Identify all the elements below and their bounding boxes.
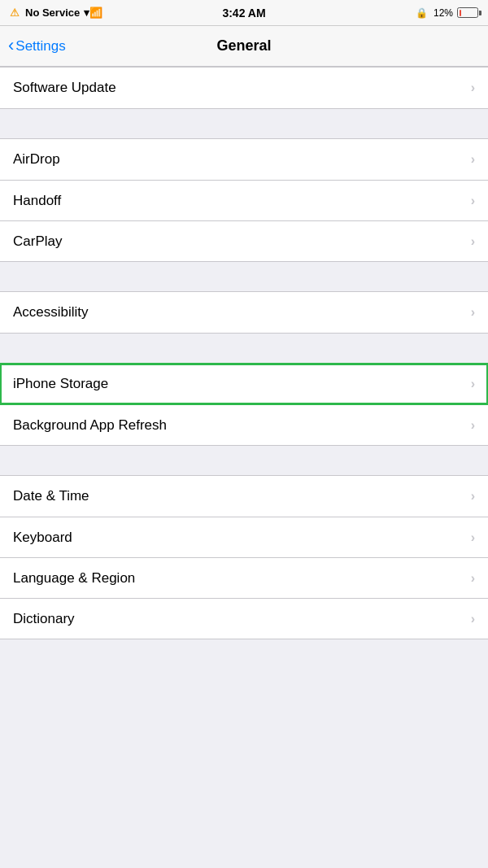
background-refresh-label: Background App Refresh: [13, 417, 167, 434]
vpn-icon: 🔒: [416, 7, 428, 19]
section-software-update-content: Software Update ›: [0, 67, 488, 109]
carplay-label: CarPlay: [13, 233, 62, 250]
battery-percent-label: 12%: [434, 7, 453, 19]
date-time-chevron: ›: [471, 489, 475, 504]
section-storage-content: iPhone Storage › Background App Refresh …: [0, 363, 488, 446]
back-button[interactable]: ‹ Settings: [8, 37, 66, 55]
language-region-chevron: ›: [471, 571, 475, 586]
no-service-label: No Service: [25, 7, 80, 19]
separator-2: [0, 262, 488, 291]
section-datetime-group: Date & Time › Keyboard › Language & Regi…: [0, 475, 488, 639]
date-time-item[interactable]: Date & Time ›: [0, 476, 488, 517]
accessibility-chevron: ›: [471, 305, 475, 320]
iphone-storage-label: iPhone Storage: [13, 376, 108, 392]
separator-4: [0, 446, 488, 475]
status-time: 3:42 AM: [222, 7, 265, 20]
status-bar: ⚠ No Service ▾📶 3:42 AM 🔒 12%: [0, 0, 488, 26]
dictionary-label: Dictionary: [13, 611, 75, 627]
dictionary-item[interactable]: Dictionary ›: [0, 598, 488, 639]
section-airdrop-content: AirDrop › Handoff › CarPlay ›: [0, 138, 488, 262]
separator-3: [0, 334, 488, 363]
iphone-storage-item[interactable]: iPhone Storage ›: [0, 364, 488, 404]
status-left: ⚠ No Service ▾📶: [10, 7, 102, 19]
iphone-storage-chevron: ›: [471, 377, 475, 391]
keyboard-chevron: ›: [471, 530, 475, 545]
settings-content: Software Update › AirDrop › Handoff › Ca…: [0, 67, 488, 639]
handoff-label: Handoff: [13, 193, 61, 209]
section-software-update: Software Update ›: [0, 67, 488, 138]
page-title: General: [216, 37, 271, 55]
section-accessibility-group: Accessibility ›: [0, 291, 488, 363]
carplay-chevron: ›: [471, 234, 475, 249]
airdrop-label: AirDrop: [13, 151, 60, 168]
dictionary-chevron: ›: [471, 612, 475, 626]
no-service-warning-icon: ⚠: [10, 7, 20, 19]
back-label: Settings: [15, 38, 65, 55]
section-datetime-content: Date & Time › Keyboard › Language & Regi…: [0, 475, 488, 639]
software-update-chevron: ›: [471, 81, 475, 95]
airdrop-chevron: ›: [471, 152, 475, 167]
keyboard-item[interactable]: Keyboard ›: [0, 517, 488, 557]
accessibility-item[interactable]: Accessibility ›: [0, 292, 488, 333]
handoff-chevron: ›: [471, 194, 475, 208]
navigation-bar: ‹ Settings General: [0, 26, 488, 67]
section-storage-group: iPhone Storage › Background App Refresh …: [0, 363, 488, 475]
software-update-label: Software Update: [13, 80, 116, 96]
background-refresh-chevron: ›: [471, 418, 475, 433]
battery-indicator: [457, 7, 478, 18]
software-update-item[interactable]: Software Update ›: [0, 68, 488, 108]
wifi-icon: ▾📶: [84, 7, 102, 19]
back-arrow-icon: ‹: [8, 37, 14, 55]
background-refresh-item[interactable]: Background App Refresh ›: [0, 404, 488, 445]
language-region-label: Language & Region: [13, 570, 135, 587]
accessibility-label: Accessibility: [13, 304, 89, 321]
section-accessibility-content: Accessibility ›: [0, 291, 488, 334]
keyboard-label: Keyboard: [13, 530, 72, 546]
airdrop-item[interactable]: AirDrop ›: [0, 139, 488, 180]
separator-1: [0, 109, 488, 138]
battery-icon: [457, 7, 478, 18]
section-airdrop-group: AirDrop › Handoff › CarPlay ›: [0, 138, 488, 291]
date-time-label: Date & Time: [13, 488, 89, 504]
battery-fill: [460, 10, 462, 16]
handoff-item[interactable]: Handoff ›: [0, 180, 488, 220]
language-region-item[interactable]: Language & Region ›: [0, 557, 488, 598]
carplay-item[interactable]: CarPlay ›: [0, 220, 488, 261]
status-right: 🔒 12%: [416, 7, 478, 19]
